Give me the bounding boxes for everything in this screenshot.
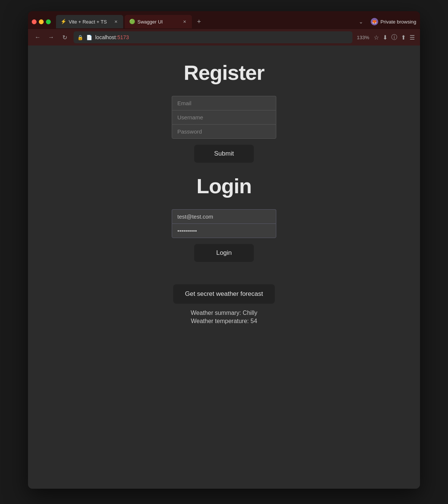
vite-tab-favicon: ⚡ xyxy=(60,19,66,25)
login-title: Login xyxy=(196,174,251,198)
new-tab-icon: + xyxy=(197,18,201,26)
tab-dropdown-button[interactable]: ⌄ xyxy=(356,17,366,26)
swagger-tab-title: Swagger UI xyxy=(137,19,179,25)
pocket-icon[interactable]: ⬇ xyxy=(383,34,388,41)
weather-section: Get secret weather forecast Weather summ… xyxy=(173,284,275,325)
zoom-level: 133% xyxy=(357,35,369,40)
register-form xyxy=(172,96,276,139)
login-button[interactable]: Login xyxy=(194,244,254,262)
share-icon[interactable]: ⬆ xyxy=(401,34,406,41)
address-bar: ← → ↻ 🔒 📄 localhost:5173 133% ☆ ⬇ ⓘ ⬆ ☰ xyxy=(28,29,420,46)
login-section: Login Login xyxy=(131,174,317,262)
url-host: localhost xyxy=(95,34,116,40)
tab-vite[interactable]: ⚡ Vite + React + TS ✕ xyxy=(56,15,123,28)
traffic-lights xyxy=(32,19,51,24)
register-title: Register xyxy=(184,60,264,85)
register-password-input[interactable] xyxy=(172,124,276,139)
browser-window: ⚡ Vite + React + TS ✕ 🟢 Swagger UI ✕ + ⌄… xyxy=(28,11,420,489)
tab-bar: ⚡ Vite + React + TS ✕ 🟢 Swagger UI ✕ + ⌄… xyxy=(28,11,420,29)
vite-tab-title: Vite + React + TS xyxy=(69,19,111,25)
weather-summary: Weather summary: Chilly xyxy=(191,310,257,316)
url-bar[interactable]: 🔒 📄 localhost:5173 xyxy=(74,31,352,43)
private-browsing-icon: 🦊 xyxy=(371,18,378,25)
weather-forecast-button[interactable]: Get secret weather forecast xyxy=(173,284,275,304)
close-traffic-light[interactable] xyxy=(32,19,37,24)
bookmark-icon[interactable]: ☆ xyxy=(374,34,379,41)
info-icon[interactable]: ⓘ xyxy=(391,34,397,41)
login-password-input[interactable] xyxy=(172,223,276,238)
weather-info: Weather summary: Chilly Weather temperat… xyxy=(191,310,257,325)
minimize-traffic-light[interactable] xyxy=(39,19,44,24)
new-tab-button[interactable]: + xyxy=(193,16,205,27)
back-button[interactable]: ← xyxy=(33,34,42,41)
private-browsing-indicator: 🦊 Private browsing xyxy=(371,18,416,25)
menu-icon[interactable]: ☰ xyxy=(410,34,415,41)
security-icon: 🔒 xyxy=(77,35,83,40)
browser-chrome: ⚡ Vite + React + TS ✕ 🟢 Swagger UI ✕ + ⌄… xyxy=(28,11,420,46)
url-port: :5173 xyxy=(116,34,129,40)
url-display: localhost:5173 xyxy=(95,34,129,40)
swagger-tab-favicon: 🟢 xyxy=(129,19,135,25)
login-email-input[interactable] xyxy=(172,209,276,223)
swagger-tab-close[interactable]: ✕ xyxy=(181,19,187,25)
address-actions: ☆ ⬇ ⓘ ⬆ ☰ xyxy=(374,34,415,41)
chevron-down-icon: ⌄ xyxy=(359,19,363,25)
register-username-input[interactable] xyxy=(172,110,276,124)
tab-swagger[interactable]: 🟢 Swagger UI ✕ xyxy=(125,15,192,28)
forward-button[interactable]: → xyxy=(47,34,56,41)
maximize-traffic-light[interactable] xyxy=(46,19,51,24)
register-section: Register Submit xyxy=(131,60,317,163)
login-form xyxy=(172,209,276,238)
reload-button[interactable]: ↻ xyxy=(60,34,69,41)
page-icon: 📄 xyxy=(86,35,92,40)
page-content: Register Submit Login Login Get secret w… xyxy=(28,46,420,489)
register-submit-button[interactable]: Submit xyxy=(194,145,254,163)
vite-tab-close[interactable]: ✕ xyxy=(113,19,119,25)
private-browsing-label: Private browsing xyxy=(380,19,416,25)
register-email-input[interactable] xyxy=(172,96,276,110)
weather-temperature: Weather temperature: 54 xyxy=(191,318,257,325)
